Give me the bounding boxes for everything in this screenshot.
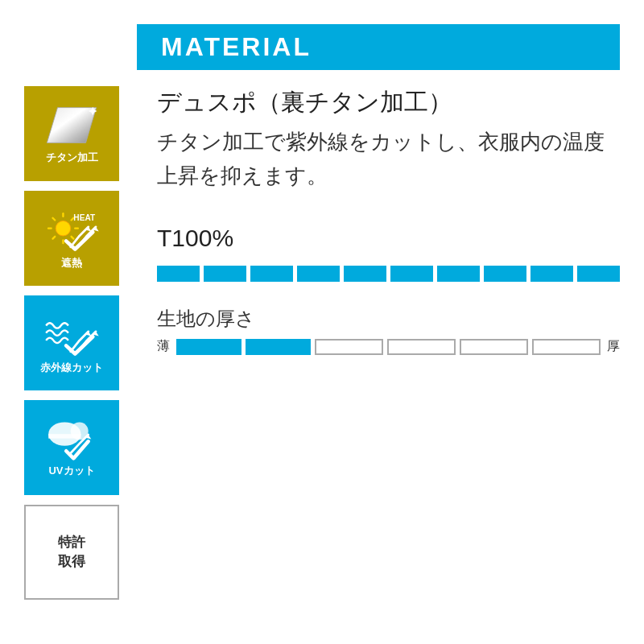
svg-point-2 [56, 221, 70, 235]
uv-bar-segment [297, 266, 340, 282]
material-header: MATERIAL [24, 24, 620, 70]
material-desc: チタン加工で紫外線をカットし、衣服内の温度上昇を抑えます。 [157, 126, 620, 192]
uv-bar-segment [577, 266, 620, 282]
content-column: デュスポ（裏チタン加工） チタン加工で紫外線をカットし、衣服内の温度上昇を抑えま… [133, 86, 620, 600]
patent-label: 特許 取得 [58, 533, 85, 572]
uv-bar-segment [250, 266, 293, 282]
thickness-label: 生地の厚さ [157, 306, 620, 332]
heat-label: 遮熱 [61, 256, 82, 270]
thickness-thick: 厚 [607, 338, 620, 355]
infrared-icon-box: 赤外線カット [24, 295, 119, 390]
uv-bar-segment [344, 266, 386, 282]
material-title: MATERIAL [161, 32, 312, 61]
uv-icon-box: UVカット [24, 400, 119, 495]
uv-bar-segment [484, 266, 526, 282]
thickness-segment [315, 339, 383, 355]
icons-column: チタン加工 HEAT [24, 86, 133, 600]
main-content: チタン加工 HEAT [24, 86, 620, 600]
uv-bar-segment [157, 266, 200, 282]
titanium-icon-box: チタン加工 [24, 86, 119, 181]
svg-line-9 [52, 237, 55, 239]
titanium-label: チタン加工 [46, 151, 98, 165]
uv-bar-segment [530, 266, 573, 282]
svg-text:HEAT: HEAT [73, 213, 96, 222]
patent-icon-box: 特許 取得 [24, 505, 119, 600]
uv-bar [157, 266, 620, 282]
infrared-label: 赤外線カット [40, 361, 103, 375]
thickness-segments [176, 339, 601, 355]
material-header-bar: MATERIAL [137, 24, 620, 70]
uv-bar-segment [390, 266, 433, 282]
svg-marker-0 [47, 107, 96, 142]
uv-bar-segment [204, 266, 246, 282]
thickness-segment [176, 339, 242, 355]
thickness-segment [387, 339, 456, 355]
uv-bar-segment [437, 266, 480, 282]
heat-icon-box: HEAT 遮熱 [24, 191, 119, 286]
uv-label: UVカット [48, 464, 94, 478]
thickness-segment [246, 339, 311, 355]
thickness-thin: 薄 [157, 338, 170, 355]
thickness-segment [460, 339, 528, 355]
page-container: MATERIAL [0, 0, 644, 644]
svg-line-8 [71, 237, 73, 239]
thickness-bar-row: 薄 厚 [157, 338, 620, 355]
thickness-segment [532, 339, 601, 355]
material-name: デュスポ（裏チタン加工） [157, 86, 620, 118]
svg-line-7 [52, 218, 55, 221]
composition: T100% [157, 225, 620, 252]
